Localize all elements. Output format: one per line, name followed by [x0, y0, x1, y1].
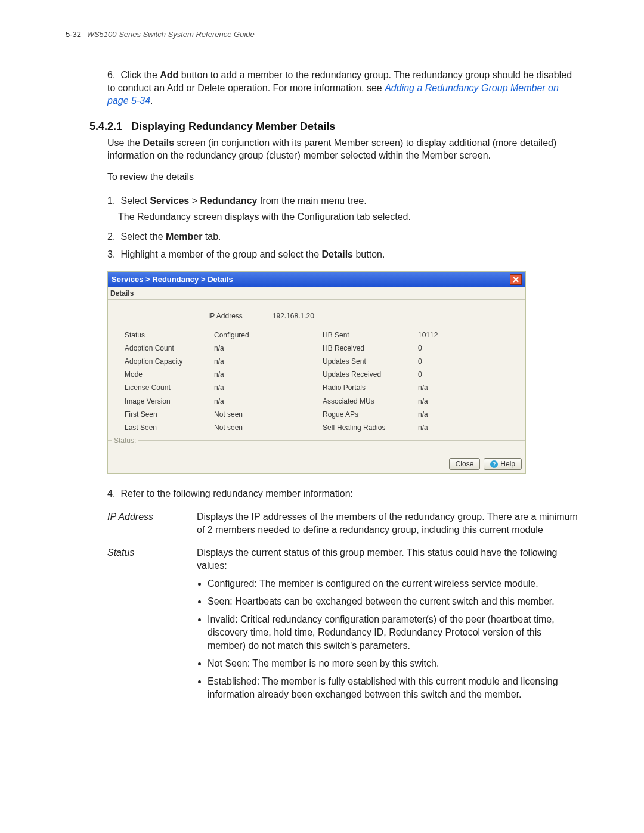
field-value: n/a [418, 408, 509, 421]
bullet: Invalid: Critical redundancy configurati… [208, 613, 578, 652]
field-value: Not seen [214, 421, 311, 434]
field-label: Mode [125, 368, 214, 381]
close-button[interactable]: Close [449, 458, 481, 470]
help-button[interactable]: ? Help [484, 458, 522, 470]
field-label: Updates Received [323, 368, 418, 381]
field-value: n/a [214, 395, 311, 408]
field-label: Last Seen [125, 421, 214, 434]
def-term-ip: IP Address [107, 510, 197, 537]
intro-paragraph: Use the Details screen (in conjunction w… [107, 137, 578, 162]
field-label: First Seen [125, 408, 214, 421]
bullet: Established: The member is fully establi… [208, 675, 578, 701]
def-body-status: Displays the current status of this grou… [197, 546, 578, 707]
field-value: n/a [214, 355, 311, 368]
def-body-ip: Displays the IP addresses of the members… [197, 510, 578, 537]
field-value: 0 [418, 355, 509, 368]
field-label: Image Version [125, 395, 214, 408]
ip-value: 192.168.1.20 [273, 312, 314, 320]
field-value: n/a [214, 368, 311, 381]
field-label: Adoption Capacity [125, 355, 214, 368]
field-label: License Count [125, 381, 214, 394]
page-header: 5-32 WS5100 Series Switch System Referen… [66, 30, 578, 39]
field-value: n/a [418, 381, 509, 394]
field-value: 10112 [418, 329, 509, 342]
bullet: Not Seen: The member is no more seen by … [208, 657, 578, 670]
details-tab[interactable]: Details [108, 287, 525, 300]
bullet: Seen: Heartbeats can be exchanged betwee… [208, 595, 578, 608]
field-value: 0 [418, 342, 509, 355]
section-heading: 5.4.2.1 Displaying Redundancy Member Det… [89, 120, 578, 133]
step-4: 4. Refer to the following redundancy mem… [107, 485, 578, 503]
dialog-footer: Close ? Help [108, 454, 525, 473]
step-number: 4. [107, 485, 118, 503]
field-label: Status [125, 329, 214, 342]
left-column: StatusConfigured Adoption Countn/a Adopt… [125, 329, 311, 435]
status-bullets: Configured: The member is configured on … [197, 577, 578, 702]
field-value: n/a [214, 381, 311, 394]
step1-sub: The Redundancy screen displays with the … [118, 210, 578, 224]
step-number: 1. [107, 192, 118, 210]
document-page: 5-32 WS5100 Series Switch System Referen… [0, 0, 644, 752]
def-term-status: Status [107, 546, 197, 707]
bullet: Configured: The member is configured on … [208, 577, 578, 590]
step-number: 6. [107, 69, 118, 82]
status-label: Status: [112, 436, 138, 445]
field-value: 0 [418, 368, 509, 381]
step-number: 3. [107, 246, 118, 264]
field-label: Adoption Count [125, 342, 214, 355]
dialog-title: Services > Redundancy > Details [112, 275, 233, 284]
field-value: n/a [214, 342, 311, 355]
help-icon: ? [490, 460, 498, 468]
close-icon[interactable] [510, 274, 522, 285]
review-line: To review the details [107, 171, 578, 184]
field-label: HB Sent [323, 329, 418, 342]
definition-table: IP Address Displays the IP addresses of … [107, 510, 578, 707]
ordered-steps: 1. Select Services > Redundancy from the… [107, 192, 578, 264]
status-bar: Status: [108, 440, 525, 454]
step-6: 6. Click the Add button to add a member … [107, 69, 578, 107]
right-column: HB Sent10112 HB Received0 Updates Sent0 … [323, 329, 509, 435]
ip-label: IP Address [208, 312, 243, 320]
field-label: Radio Portals [323, 381, 418, 394]
field-label: Self Healing Radios [323, 421, 418, 434]
book-title: WS5100 Series Switch System Reference Gu… [87, 30, 255, 39]
add-bold: Add [160, 70, 178, 80]
field-value: Configured [214, 329, 311, 342]
step-number: 2. [107, 228, 118, 246]
dialog-titlebar: Services > Redundancy > Details [108, 272, 525, 287]
field-label: Associated MUs [323, 395, 418, 408]
field-value: n/a [418, 395, 509, 408]
field-value: n/a [418, 421, 509, 434]
dialog-body: IP Address 192.168.1.20 StatusConfigured… [108, 300, 525, 441]
field-value: Not seen [214, 408, 311, 421]
page-number: 5-32 [66, 30, 81, 39]
details-dialog: Services > Redundancy > Details Details … [107, 271, 526, 475]
field-label: HB Received [323, 342, 418, 355]
field-label: Updates Sent [323, 355, 418, 368]
field-label: Rogue APs [323, 408, 418, 421]
